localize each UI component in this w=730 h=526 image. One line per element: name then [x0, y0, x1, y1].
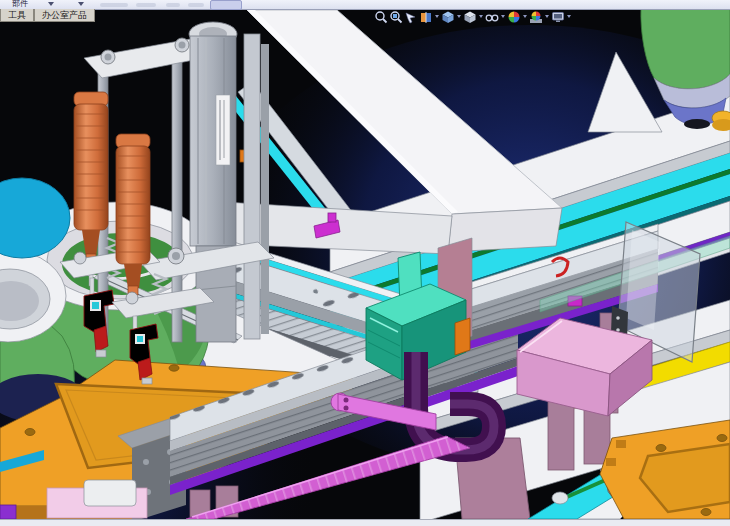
chevron-down-icon[interactable] [78, 2, 84, 6]
command-bar: 部件 [0, 0, 730, 10]
chevron-down-icon[interactable] [457, 15, 461, 18]
toolbar-disabled-item [136, 3, 156, 7]
viewport-3d[interactable] [0, 0, 730, 526]
view-settings-icon[interactable] [551, 10, 565, 24]
apply-scene-icon[interactable] [529, 10, 543, 24]
zoom-to-fit-icon[interactable] [374, 10, 388, 24]
tab-tools[interactable]: 工具 [0, 9, 34, 22]
chevron-down-icon[interactable] [523, 15, 527, 18]
status-bar [0, 519, 730, 526]
heads-up-toolbar [374, 9, 572, 24]
chevron-down-icon[interactable] [435, 15, 439, 18]
command-bar-label[interactable]: 部件 [12, 0, 28, 9]
hide-show-items-icon[interactable] [485, 10, 499, 24]
toolbar-disabled-item [188, 3, 204, 7]
edit-appearance-icon[interactable] [507, 10, 521, 24]
previous-view-icon[interactable] [404, 10, 418, 24]
chevron-down-icon[interactable] [48, 2, 54, 6]
zoom-to-area-icon[interactable] [389, 10, 403, 24]
chevron-down-icon[interactable] [501, 15, 505, 18]
toolbar-active-button[interactable] [210, 0, 242, 10]
toolbar-disabled-item [166, 3, 180, 7]
chevron-down-icon[interactable] [479, 15, 483, 18]
chevron-down-icon[interactable] [567, 15, 571, 18]
display-style-icon[interactable] [463, 10, 477, 24]
tab-office-products[interactable]: 办公室产品 [34, 9, 95, 22]
toolbar-disabled-item [100, 3, 128, 7]
chevron-down-icon[interactable] [545, 15, 549, 18]
section-view-icon[interactable] [419, 10, 433, 24]
view-orientation-icon[interactable] [441, 10, 455, 24]
commandmanager-tabs: 工具 办公室产品 [0, 9, 95, 22]
